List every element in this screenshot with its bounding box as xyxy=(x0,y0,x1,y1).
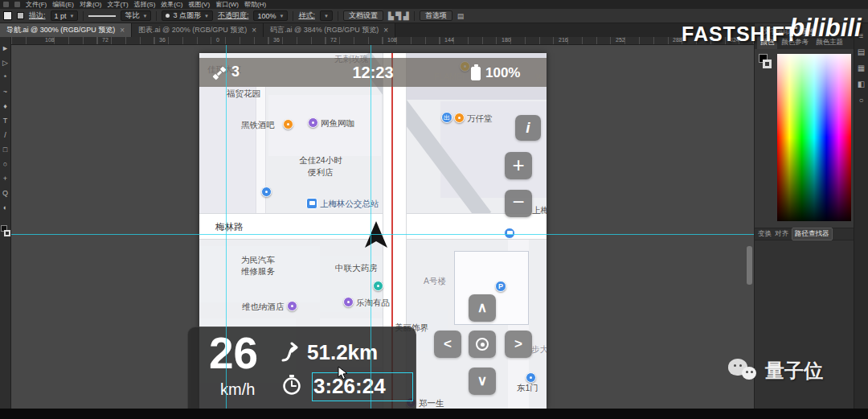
tools-panel: ► ▷ * ~ ♦ T / □ ○ + Q ◐ xyxy=(0,37,11,409)
map-label: 郑一生 xyxy=(419,398,444,409)
route-icon xyxy=(280,342,301,364)
map-label: 黑铁酒吧 xyxy=(241,120,275,131)
cyan-guide-horizontal xyxy=(11,234,754,235)
blend-tool-icon[interactable]: ◐ xyxy=(1,203,10,212)
horizontal-ruler: 108 72 36 0 36 72 108 144 180 216 252 28… xyxy=(11,37,754,45)
tab-close-icon[interactable]: × xyxy=(120,26,125,35)
selection-tool-icon[interactable]: ► xyxy=(1,43,10,53)
map-label: 维也纳酒店 xyxy=(242,302,285,313)
zoom-in-button[interactable]: + xyxy=(505,152,532,179)
mouse-cursor-icon xyxy=(338,366,350,380)
arrange-icon[interactable]: ▤ xyxy=(457,12,465,20)
dpad-center-button[interactable] xyxy=(469,331,496,358)
zoom-out-button[interactable]: − xyxy=(505,190,532,217)
panel-dock: ≡ ▤ ▦ ◧ ○ xyxy=(854,23,868,419)
dpad-down-button[interactable]: ∨ xyxy=(469,368,496,395)
menu-type[interactable]: 文字(T) xyxy=(107,0,128,9)
target-icon xyxy=(476,338,489,351)
menu-window[interactable]: 窗口(W) xyxy=(215,0,239,9)
dock-layers-icon[interactable]: ◧ xyxy=(858,80,865,88)
speed-value: 26 xyxy=(209,327,258,379)
stroke-swatch[interactable] xyxy=(17,12,24,19)
dock-brushes-icon[interactable]: ○ xyxy=(858,96,863,105)
paintbrush-tool-icon[interactable]: + xyxy=(1,174,10,183)
vertical-scrollbar[interactable] xyxy=(747,246,752,285)
map-label: 福贸花园 xyxy=(227,88,260,100)
line-tool-icon[interactable]: / xyxy=(1,130,10,140)
panel-fill-stroke-indicator[interactable] xyxy=(759,54,772,68)
zoom-tool-icon[interactable]: Q xyxy=(1,188,10,198)
map-label: A号楼 xyxy=(424,276,446,287)
tab-mayan-ai[interactable]: 码言.ai @ 384% (RGB/GPU 预览) × xyxy=(264,23,395,37)
menu-file[interactable]: 文件(F) xyxy=(26,0,47,9)
fastshift-watermark: FASTSHIFT xyxy=(682,23,798,46)
tab-close-icon[interactable]: × xyxy=(252,26,256,35)
opacity-label[interactable]: 不透明度: xyxy=(218,10,249,21)
map-building xyxy=(199,85,256,222)
map-label: 万仟堂 xyxy=(467,113,493,125)
text-selection-box[interactable] xyxy=(312,372,413,401)
dock-symbols-icon[interactable]: ▦ xyxy=(858,64,865,72)
menu-edit[interactable]: 编辑(E) xyxy=(52,0,74,9)
style-dropdown[interactable]: ▼ xyxy=(320,10,333,21)
dock-swatches-icon[interactable]: ▤ xyxy=(858,47,865,56)
magic-wand-tool-icon[interactable]: * xyxy=(1,72,10,82)
wechat-icon xyxy=(728,357,759,384)
artboard-phone-mockup[interactable]: 佳瑞大厦 无刺玫瑰 浅 福贸花园 黑铁酒吧 网鱼网咖 出 万仟堂 FLAMEI … xyxy=(199,53,547,409)
app-logo-icon xyxy=(3,2,9,7)
map-label: 东1门 xyxy=(517,383,538,394)
document-tab-bar: 导航.ai @ 300% (RGB/GPU 预览) × 图表.ai @ 200%… xyxy=(0,23,754,37)
stroke-label[interactable]: 描边: xyxy=(29,10,46,21)
dpad-up-button[interactable]: ∧ xyxy=(469,294,496,322)
document-setup-button[interactable]: 文档设置 xyxy=(343,10,383,21)
menu-help[interactable]: 帮助(H) xyxy=(244,0,266,9)
map-label: 步大 xyxy=(531,344,547,355)
map-label: 全佳24小时 xyxy=(299,155,342,166)
parking-icon: P xyxy=(495,281,506,292)
opacity-dropdown[interactable]: 100%▼ xyxy=(253,10,288,21)
align-icons[interactable]: ▙ ▜ ▟ xyxy=(388,12,409,20)
info-button[interactable]: i xyxy=(515,115,541,141)
fill-swatch[interactable] xyxy=(3,11,12,20)
lasso-tool-icon[interactable]: ~ xyxy=(1,87,10,97)
tab-close-icon[interactable]: × xyxy=(383,26,388,35)
map-label: 为民汽车 xyxy=(241,255,275,266)
menu-select[interactable]: 选择(S) xyxy=(134,0,156,9)
dpad-left-button[interactable]: < xyxy=(434,331,461,358)
style-label[interactable]: 样式: xyxy=(298,10,315,21)
map-label: 上梅 xyxy=(532,205,547,216)
ellipse-tool-icon[interactable]: ○ xyxy=(1,159,10,169)
menu-object[interactable]: 对象(O) xyxy=(80,0,102,9)
stopwatch-icon xyxy=(281,374,302,396)
brush-preview-icon xyxy=(166,14,170,18)
direct-selection-tool-icon[interactable]: ▷ xyxy=(1,58,10,68)
fill-stroke-indicator[interactable] xyxy=(1,225,10,236)
poi-pin-icon xyxy=(454,113,465,123)
dpad-right-button[interactable]: > xyxy=(505,331,532,358)
menu-bar: 文件(F) 编辑(E) 对象(O) 文字(T) 选择(S) 效果(C) 视图(V… xyxy=(0,0,868,9)
color-spectrum[interactable] xyxy=(777,54,851,221)
poi-pin-icon xyxy=(287,301,297,311)
menu-view[interactable]: 视图(V) xyxy=(188,0,210,9)
pen-tool-icon[interactable]: ♦ xyxy=(1,101,10,111)
type-tool-icon[interactable]: T xyxy=(1,116,10,125)
map-label: 网鱼网咖 xyxy=(321,118,354,129)
stroke-weight-dropdown[interactable]: 1 pt▼ xyxy=(51,10,79,21)
tab-transform[interactable]: 变换 xyxy=(758,229,772,239)
profile-dropdown[interactable]: 等比▼ xyxy=(121,10,151,21)
map-label: 乐淘有品 xyxy=(356,298,390,309)
menu-effect[interactable]: 效果(C) xyxy=(161,0,182,9)
tab-chart-ai[interactable]: 图表.ai @ 200% (RGB/GPU 预览) × xyxy=(132,23,264,37)
tab-navigation-ai[interactable]: 导航.ai @ 300% (RGB/GPU 预览) × xyxy=(0,23,132,37)
brush-dropdown[interactable]: 3 点圆形▼ xyxy=(162,10,212,21)
color-panel xyxy=(755,49,854,228)
illustrator-window: 文件(F) 编辑(E) 对象(O) 文字(T) 选择(S) 效果(C) 视图(V… xyxy=(0,0,868,419)
poi-pin-icon xyxy=(373,281,383,291)
tab-pathfinder[interactable]: 路径查找器 xyxy=(792,228,833,240)
rectangle-tool-icon[interactable]: □ xyxy=(1,145,10,154)
bus-stop-icon xyxy=(504,228,515,239)
control-bar: 描边: 1 pt▼ 等比▼ 3 点圆形▼ 不透明度: 100%▼ 样式: ▼ 文… xyxy=(0,9,868,23)
tab-align[interactable]: 对齐 xyxy=(775,229,788,239)
preferences-button[interactable]: 首选项 xyxy=(420,10,452,21)
map-road-label: 梅林路 xyxy=(215,221,244,233)
